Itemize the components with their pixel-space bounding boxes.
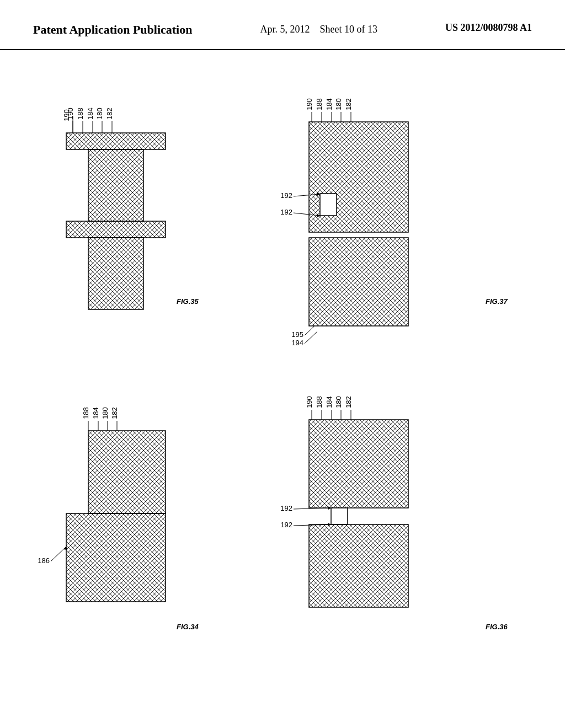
svg-text:182: 182	[344, 98, 353, 110]
svg-rect-7	[66, 221, 166, 238]
svg-rect-57	[309, 420, 408, 508]
svg-rect-8	[88, 238, 143, 309]
svg-rect-23	[309, 238, 408, 326]
svg-rect-22	[320, 194, 337, 216]
svg-text:184: 184	[86, 108, 94, 120]
svg-text:190: 190	[305, 396, 313, 408]
svg-text:195: 195	[291, 330, 303, 339]
publication-title: Patent Application Publication	[33, 22, 192, 38]
svg-rect-6	[88, 149, 143, 221]
svg-text:194: 194	[291, 339, 303, 347]
svg-rect-44	[88, 431, 166, 513]
svg-text:192: 192	[280, 191, 292, 200]
svg-text:180: 180	[101, 407, 109, 419]
svg-text:192: 192	[280, 504, 292, 512]
fig35-label: FIG.35	[177, 297, 199, 306]
svg-text:182: 182	[344, 396, 353, 408]
svg-rect-58	[331, 508, 348, 524]
svg-rect-45	[66, 513, 166, 602]
svg-rect-59	[309, 524, 408, 607]
main-content: 190 190 188 184 180 182 FIG.35 190 188 1…	[0, 50, 565, 728]
svg-text:180: 180	[334, 98, 343, 110]
fig34-label: FIG.34	[177, 623, 199, 631]
svg-text:192: 192	[280, 521, 292, 529]
svg-text:184: 184	[325, 98, 333, 110]
svg-text:190: 190	[305, 98, 313, 110]
svg-text:188: 188	[315, 98, 323, 110]
page-header: Patent Application Publication Apr. 5, 2…	[0, 0, 565, 50]
svg-text:186: 186	[38, 556, 50, 565]
svg-text:180: 180	[334, 396, 343, 408]
svg-text:188: 188	[76, 108, 84, 120]
svg-text:182: 182	[110, 407, 119, 419]
sheet-info: Sheet 10 of 13	[319, 24, 377, 35]
svg-text:188: 188	[315, 396, 323, 408]
svg-text:180: 180	[95, 108, 104, 120]
svg-rect-5	[66, 133, 166, 149]
svg-text:184: 184	[325, 396, 333, 408]
fig36-label: FIG.36	[486, 623, 508, 631]
svg-text:192: 192	[280, 208, 292, 216]
fig37-label: FIG.37	[486, 297, 508, 306]
svg-text:190: 190	[66, 108, 74, 120]
svg-line-55	[51, 547, 66, 561]
publication-date: Apr. 5, 2012	[260, 24, 310, 35]
publication-date-sheet: Apr. 5, 2012 Sheet 10 of 13	[260, 22, 377, 37]
svg-text:188: 188	[82, 407, 90, 419]
patent-figures-svg: 190 190 188 184 180 182 FIG.35 190 188 1…	[33, 67, 532, 728]
svg-text:182: 182	[105, 108, 114, 120]
svg-text:184: 184	[92, 407, 100, 419]
patent-number: US 2012/0080798 A1	[445, 22, 532, 34]
svg-line-41	[305, 326, 315, 335]
